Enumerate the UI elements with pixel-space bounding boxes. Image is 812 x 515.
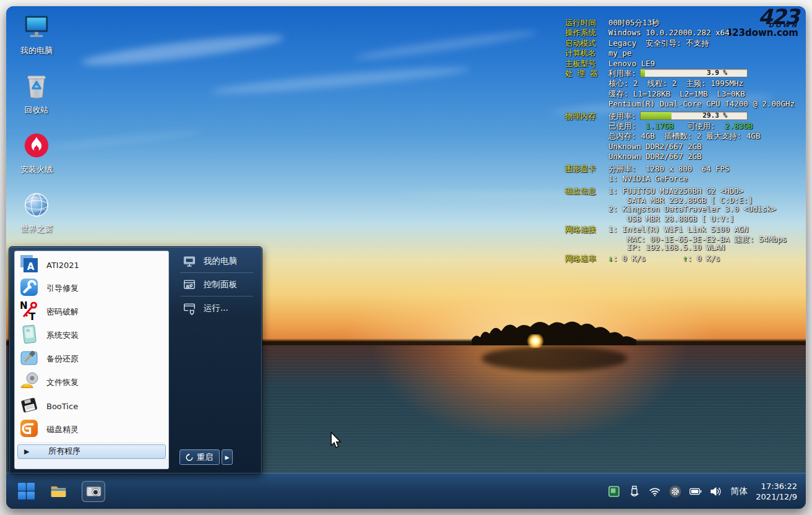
restart-button[interactable]: 重启 <box>179 449 220 465</box>
system-info-row: 运行时间00时05分13秒 <box>565 18 804 28</box>
system-info-label <box>565 121 608 131</box>
system-info-row: 启动模式Legacy 安全引导: 不支持 <box>565 38 804 48</box>
start-menu-place-2[interactable]: 控制面板 <box>171 274 258 295</box>
system-info-value: ↓: 0 K/s ↑: 0 K/s <box>608 254 720 264</box>
clock-date: 2021/12/9 <box>756 491 797 502</box>
battery-icon[interactable] <box>689 485 702 498</box>
wifi-icon[interactable] <box>649 485 661 498</box>
taskbar-clock[interactable]: 17:36:22 2021/12/9 <box>756 481 797 502</box>
desktop-icon-4[interactable]: 世界之窗 <box>10 191 63 235</box>
restart-label: 重启 <box>197 452 213 463</box>
usage-progress-bar: 29.3 % <box>640 111 748 120</box>
system-info-label <box>565 89 608 99</box>
desktop-icon-3[interactable]: 安装火绒 <box>10 131 63 175</box>
desktop-icon-label: 我的电脑 <box>20 45 53 56</box>
start-menu-app-label: 备份还原 <box>46 353 79 365</box>
taskbar-tray: 简体 17:36:22 2021/12/9 <box>608 481 806 502</box>
start-menu-place-3[interactable]: 运行... <box>171 298 258 318</box>
system-info-label: 处 理 器 <box>565 69 608 79</box>
start-menu-app-3[interactable]: NT密码破解 <box>15 300 168 324</box>
system-info-value: my_pe <box>608 48 632 58</box>
start-menu-app-8[interactable]: 磁盘精灵 <box>15 418 168 441</box>
place-separator <box>180 296 253 296</box>
desktop-icon-label: 回收站 <box>25 105 49 116</box>
system-info-value: 核心: 2 线程: 2 主频: 1995MHz <box>608 79 743 89</box>
start-menu-place-label: 控制面板 <box>204 279 237 290</box>
start-menu-app-label: 系统安装 <box>46 330 79 341</box>
file-explorer-button[interactable] <box>50 482 67 500</box>
start-menu-bottom-strip <box>15 459 168 469</box>
island-reflection <box>482 345 628 371</box>
system-info-value: 已使用: 1.17GB 可使用: 2.83GB <box>608 121 753 131</box>
image-viewer-tray-icon[interactable] <box>608 485 620 498</box>
system-info-row: 处 理 器利用率:3.9 % <box>565 69 804 79</box>
desktop-icon-2[interactable]: 回收站 <box>10 72 63 116</box>
volume-icon[interactable] <box>710 485 722 498</box>
system-install-icon <box>19 324 39 347</box>
start-button[interactable] <box>17 482 35 500</box>
system-info-row: Unknown DDR2/667 2GB <box>565 152 804 162</box>
start-menu: AATI2021引导修复NT密码破解系统安装备份还原文件恢复BooTice磁盘精… <box>9 246 262 474</box>
system-info-value: Windows 10.0.22000.282 x64 <box>608 28 730 38</box>
settings-gear-icon[interactable] <box>669 485 681 498</box>
system-info-row: 网络连接1: Intel(R) WiFi Link 5100 AGN <box>565 225 804 235</box>
desktop: 423 DOWN 423down.com 我的电脑回收站安装火绒世界之窗 运行时… <box>6 6 806 509</box>
ime-indicator[interactable]: 简体 <box>730 486 748 497</box>
start-menu-place-label: 运行... <box>204 303 228 314</box>
all-programs-label: 所有程序 <box>48 446 80 457</box>
system-info-label <box>565 142 608 152</box>
system-info-label <box>565 99 608 109</box>
system-info-row: MAC: 00-1E-65-3E-E2-BA 速度: 54Mbps <box>565 235 804 244</box>
screenshot-tool-button[interactable] <box>82 481 105 502</box>
start-menu-app-label: ATI2021 <box>46 261 79 270</box>
svg-text:A: A <box>27 261 35 272</box>
system-info-value: MAC: 00-1E-65-3E-E2-BA 速度: 54Mbps <box>608 235 787 244</box>
start-menu-app-1[interactable]: AATI2021 <box>15 253 168 277</box>
start-menu-app-7[interactable]: BooTice <box>15 394 168 418</box>
system-info-row: USB MBR 28.88GB [ U:V:] <box>565 215 804 223</box>
system-info-value: USB MBR 28.88GB [ U:V:] <box>608 215 734 223</box>
password-crack-icon: NT <box>19 301 39 323</box>
system-info-value: SATA MBR 232.89GB [ C:D:E:] <box>608 196 753 205</box>
backup-restore-icon <box>19 348 39 370</box>
system-info-label: 网络连接 <box>565 225 608 235</box>
system-info-value: 总内存: 4GB 插槽数: 2 最大支持: 4GB <box>608 131 760 141</box>
system-info-label <box>565 174 608 184</box>
computer-outline-icon <box>183 254 204 268</box>
start-menu-app-6[interactable]: 文件恢复 <box>15 371 168 394</box>
restart-options-arrow[interactable]: ▶ <box>222 449 233 465</box>
system-info-panel: 运行时间00时05分13秒操作系统Windows 10.0.22000.282 … <box>565 18 804 264</box>
bootice-icon <box>19 395 39 417</box>
start-menu-app-2[interactable]: 引导修复 <box>15 277 168 300</box>
system-info-row: 操作系统Windows 10.0.22000.282 x64 <box>565 28 804 38</box>
system-info-label <box>565 152 608 162</box>
start-menu-app-4[interactable]: 系统安装 <box>15 324 168 347</box>
start-menu-app-5[interactable]: 备份还原 <box>15 347 168 371</box>
system-info-row: 图形显卡分辨率: 1280 x 800 64 FPS <box>565 164 804 174</box>
system-info-value: 使用率:29.3 % <box>608 111 748 121</box>
desktop-icon-1[interactable]: 我的电脑 <box>10 12 63 56</box>
system-info-label <box>565 204 608 214</box>
setting-sun <box>526 334 545 348</box>
usb-eject-icon[interactable] <box>628 485 641 498</box>
start-menu-place-1[interactable]: 我的电脑 <box>171 251 258 271</box>
start-menu-place-label: 我的电脑 <box>204 256 237 267</box>
taskbar: 简体 17:36:22 2021/12/9 <box>6 473 806 509</box>
system-info-value: 00时05分13秒 <box>608 18 660 28</box>
system-info-value: 1: Intel(R) WiFi Link 5100 AGN <box>608 225 748 235</box>
boot-repair-icon <box>19 277 39 300</box>
system-info-label: 启动模式 <box>565 38 608 48</box>
ati2021-icon: A <box>19 254 39 276</box>
system-info-value: 分辨率: 1280 x 800 64 FPS <box>608 164 730 174</box>
system-info-label: 计算机名 <box>565 48 608 58</box>
restart-icon <box>185 453 194 462</box>
start-menu-app-label: 文件恢复 <box>46 377 79 388</box>
system-info-row: 总内存: 4GB 插槽数: 2 最大支持: 4GB <box>565 131 804 141</box>
system-info-row: 主板型号Lenovo LE9 <box>565 59 804 69</box>
island-silhouette <box>472 314 636 345</box>
all-programs-button[interactable]: ▶ 所有程序 <box>17 444 166 459</box>
world-browser-icon <box>22 191 51 222</box>
start-menu-app-label: BooTice <box>46 402 78 411</box>
system-info-row: Pentium(R) Dual-Core CPU T4200 @ 2.00GHz <box>565 99 804 109</box>
system-info-row: 1: NVIDIA GeForce <box>565 174 804 184</box>
